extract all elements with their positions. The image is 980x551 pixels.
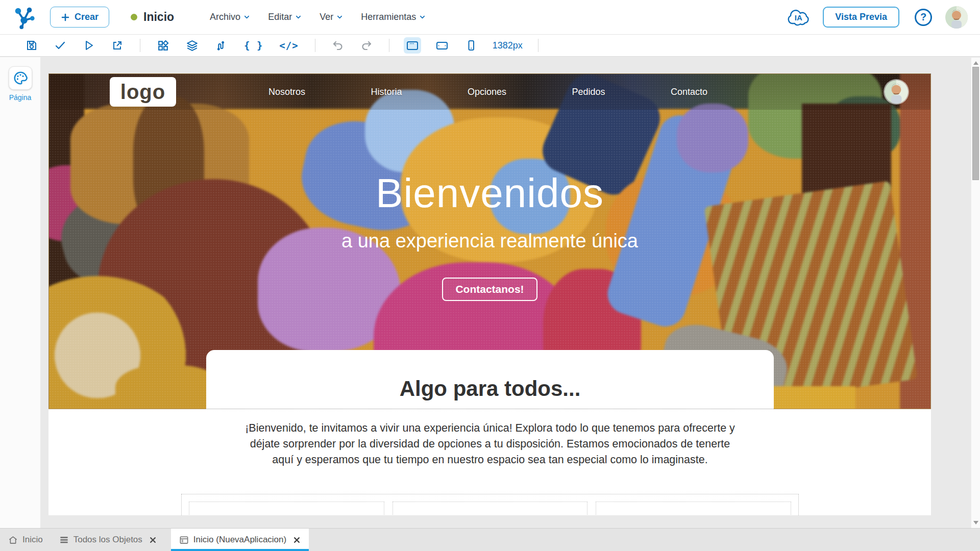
chevron-down-icon [243, 13, 251, 21]
home-icon [8, 535, 18, 545]
mobile-icon [465, 39, 477, 52]
code-icon: </> [279, 40, 298, 51]
layers-button[interactable] [184, 37, 201, 54]
save-button[interactable] [23, 37, 40, 54]
nav-link-historia[interactable]: Historia [371, 87, 402, 97]
toolbar-separator [538, 39, 538, 52]
export-button[interactable] [109, 37, 126, 54]
site-nav: Nosotros Historia Opciones Pedidos Conta… [268, 74, 707, 110]
braces-button[interactable]: { } [242, 38, 265, 53]
main-menus: Archivo Editar Ver Herramientas [204, 8, 432, 27]
desktop-icon [406, 39, 419, 52]
avatar-photo [885, 80, 908, 104]
site-user-avatar[interactable] [885, 80, 908, 104]
ia-assistant-button[interactable]: IA [785, 7, 812, 28]
tab-inicio-nuevaaplicacion[interactable]: Inicio (NuevaAplicacion) [171, 529, 309, 551]
status-dot [131, 14, 137, 20]
pagina-label: Página [9, 93, 32, 102]
components-button[interactable] [155, 37, 172, 54]
object-list-icon [59, 535, 69, 545]
tab-todos-los-objetos[interactable]: Todos los Objetos [51, 529, 165, 551]
content-card[interactable]: Algo para todos... ¡Bienvenido, te invit… [206, 350, 774, 515]
contactanos-button[interactable]: Contactanos! [442, 278, 537, 301]
menu-herramientas[interactable]: Herramientas [355, 8, 432, 27]
design-canvas[interactable]: logo Nosotros Historia Opciones Pedidos … [48, 73, 931, 515]
site-header: logo Nosotros Historia Opciones Pedidos … [49, 74, 930, 110]
menu-archivo[interactable]: Archivo [204, 8, 257, 27]
undo-icon [332, 39, 344, 52]
editor-workarea: Página [0, 57, 980, 528]
hero-title: Bienvenidos [49, 170, 930, 217]
scroll-down-arrow[interactable] [973, 521, 978, 524]
vertical-scrollbar[interactable] [971, 58, 980, 528]
bottom-tabbar: Inicio Todos los Objetos Inicio (NuevaAp… [0, 528, 980, 551]
viewport-width-value: 1382px [493, 40, 523, 51]
nav-link-pedidos[interactable]: Pedidos [572, 87, 605, 97]
scroll-up-arrow[interactable] [973, 61, 978, 65]
pagina-palette-button[interactable] [9, 66, 32, 90]
page-title: Inicio [143, 10, 174, 24]
placeholder-row[interactable] [181, 494, 799, 515]
check-icon [54, 39, 66, 52]
save-icon [26, 39, 38, 52]
user-avatar[interactable] [945, 6, 968, 29]
nav-link-nosotros[interactable]: Nosotros [268, 87, 305, 97]
plus-icon [61, 13, 70, 22]
card-body-text: ¡Bienvenido, te invitamos a vivir una ex… [242, 420, 738, 468]
chevron-down-icon [419, 13, 426, 21]
placeholder-column[interactable] [189, 502, 384, 515]
play-icon [83, 39, 95, 52]
left-sidebar: Página [0, 57, 40, 528]
site-logo[interactable]: logo [110, 77, 176, 107]
mobile-view-button[interactable] [463, 37, 479, 54]
components-grid-icon [157, 39, 169, 52]
nav-link-opciones[interactable]: Opciones [468, 87, 506, 97]
card-title: Algo para todos... [242, 377, 738, 401]
source-code-button[interactable]: </> [277, 38, 300, 53]
connections-flow-icon [215, 39, 228, 52]
menu-ver[interactable]: Ver [313, 8, 350, 27]
placeholder-column[interactable] [596, 502, 791, 515]
hero-subtitle: a una experiencia realmente única [49, 230, 930, 252]
run-button[interactable] [81, 37, 97, 54]
site-logo-text: logo [120, 82, 165, 102]
redo-icon [360, 39, 373, 52]
editor-toolbar: { } </> 1382px [0, 35, 980, 57]
avatar-photo [945, 6, 968, 29]
current-page-indicator: Inicio [131, 10, 174, 24]
placeholder-column[interactable] [393, 502, 588, 515]
help-button[interactable]: ? [915, 9, 932, 26]
connections-button[interactable] [213, 37, 230, 54]
tablet-view-button[interactable] [433, 37, 451, 54]
braces-icon: { } [244, 40, 263, 51]
tab-inicio-home[interactable]: Inicio [0, 529, 51, 551]
layers-icon [186, 39, 199, 52]
chevron-down-icon [336, 13, 344, 21]
crear-button[interactable]: Crear [50, 7, 109, 28]
vista-previa-button[interactable]: Vista Previa [823, 7, 899, 28]
top-menubar: Crear Inicio Archivo Editar Ver Herramie… [0, 0, 980, 35]
close-tab-icon[interactable] [293, 536, 301, 544]
menu-editar[interactable]: Editar [262, 8, 308, 27]
close-tab-icon[interactable] [149, 536, 157, 544]
validate-button[interactable] [52, 37, 68, 54]
crear-label: Crear [75, 12, 99, 22]
app-logo-icon[interactable] [12, 6, 36, 29]
redo-button[interactable] [358, 37, 375, 54]
scrollbar-thumb[interactable] [972, 67, 979, 180]
share-export-icon [111, 39, 124, 52]
page-window-icon [179, 535, 189, 545]
toolbar-separator [389, 39, 389, 52]
undo-button[interactable] [330, 37, 346, 54]
desktop-view-button[interactable] [404, 37, 421, 54]
toolbar-separator [315, 39, 315, 52]
section-boundary-dotted-line [48, 409, 931, 409]
tablet-icon [435, 39, 449, 52]
nav-link-contacto[interactable]: Contacto [671, 87, 707, 97]
toolbar-separator [140, 39, 140, 52]
palette-icon [13, 70, 28, 86]
chevron-down-icon [295, 13, 302, 21]
